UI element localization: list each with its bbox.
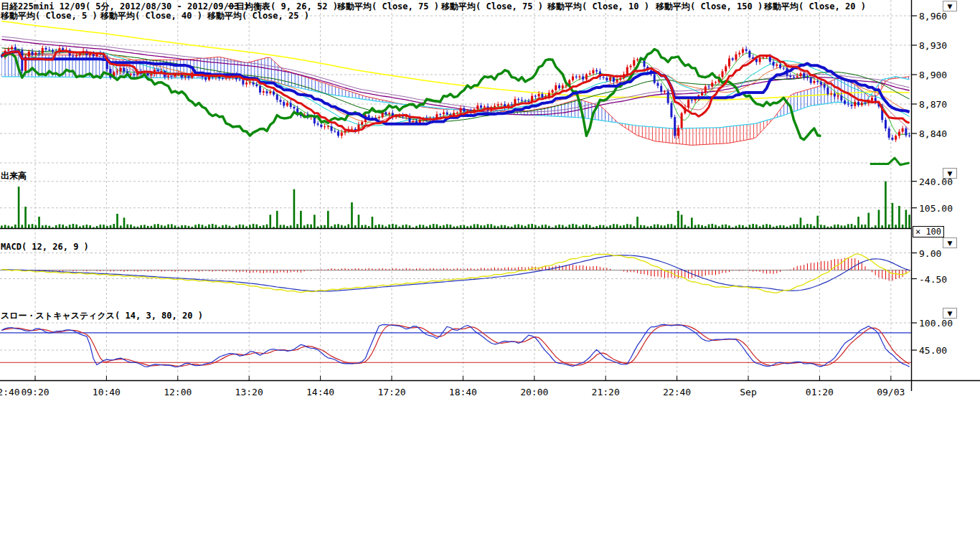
legend-item-0-2: 移動平均( Close, 75 ) <box>337 1 439 13</box>
chart-canvas[interactable] <box>0 0 980 402</box>
time-axis-label: 20:00 <box>513 387 556 397</box>
time-axis-label: 10:40 <box>85 387 128 397</box>
macd-ytick: -4.50 <box>919 274 965 285</box>
legend-item-0-4: 移動平均( Close, 10 ) <box>547 1 649 13</box>
time-axis-label: 22:40 <box>656 387 699 397</box>
volume-bars <box>1 182 910 229</box>
time-axis-label: 12:00 <box>156 387 199 397</box>
stoch-ytick: 100.00 <box>919 318 965 329</box>
time-axis-label: 01:20 <box>798 387 841 397</box>
price-ytick: 8,870 <box>919 99 965 110</box>
macd-pane-menu-dropdown[interactable]: ▼ <box>943 237 957 248</box>
volume-multiplier-badge: × 100 <box>913 226 944 237</box>
chevron-down-icon: ▼ <box>948 240 953 247</box>
legend-item-1-1: 移動平均( Close, 40 ) <box>100 10 202 22</box>
volume-ytick: 105.00 <box>919 203 965 214</box>
time-axis-label: 09:20 <box>14 387 57 397</box>
legend-item-0-3: 移動平均( Close, 75 ) <box>441 1 543 13</box>
legend-item-1-2: 移動平均( Close, 25 ) <box>207 10 309 22</box>
price-ytick: 8,960 <box>919 11 965 22</box>
time-axis-label: 09/03 <box>870 387 913 397</box>
time-axis-label: 18:40 <box>441 387 484 397</box>
chevron-down-icon: ▼ <box>948 3 953 10</box>
volume-pane-label: 出来高 <box>1 170 27 182</box>
price-pane-menu-dropdown[interactable]: ▼ <box>943 1 957 11</box>
chevron-down-icon: ▼ <box>948 310 953 317</box>
stoch-pane-menu-dropdown[interactable]: ▼ <box>943 308 957 319</box>
charting-app: 日経225mini 12/09( 5分, 2012/08/30 - 2012/0… <box>0 0 980 551</box>
macd-ytick: 9.00 <box>919 248 965 259</box>
stoch-lines <box>1 324 909 367</box>
macd-pane-label: MACD( 12, 26, 9 ) <box>1 242 89 252</box>
price-ytick: 8,900 <box>919 70 965 80</box>
time-axis-label: 14:40 <box>299 387 342 397</box>
macd-histogram <box>9 258 910 281</box>
legend-item-1-0: 移動平均( Close, 5 ) <box>1 10 98 22</box>
time-axis-label: Sep <box>727 387 770 397</box>
stoch-ytick: 45.00 <box>919 345 965 356</box>
time-axis-label: 21:20 <box>584 387 627 397</box>
price-ytick: 8,840 <box>919 128 965 139</box>
chart-plot-area[interactable] <box>0 0 980 402</box>
legend-item-0-6: 移動平均( Close, 20 ) <box>764 1 866 13</box>
stoch-pane-label: スロー・ストキャスティクス( 14, 3, 80, 20 ) <box>1 310 203 322</box>
price-ytick: 8,930 <box>919 40 965 51</box>
time-axis-label: 13:20 <box>227 387 270 397</box>
legend-item-0-5: 移動平均( Close, 150 ) <box>656 1 763 13</box>
time-axis-label: 17:20 <box>370 387 413 397</box>
volume-ytick: 240.00 <box>919 176 965 187</box>
